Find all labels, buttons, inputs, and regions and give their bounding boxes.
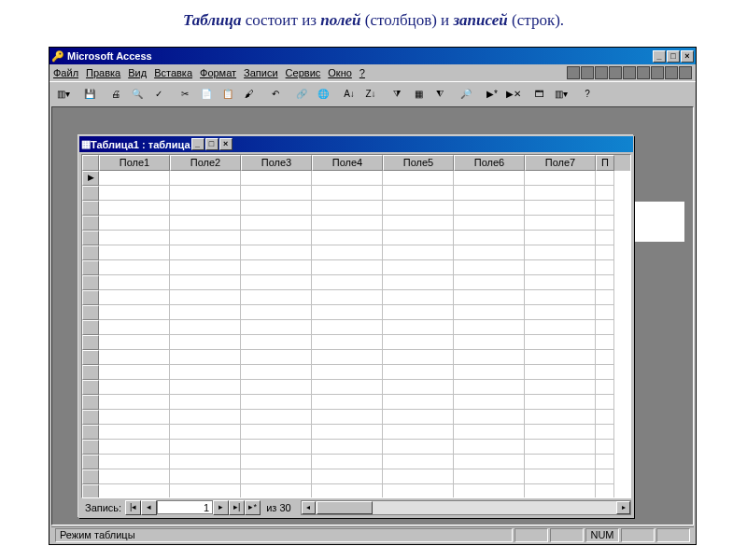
row-selector[interactable]	[82, 260, 99, 275]
cell[interactable]	[99, 380, 170, 395]
cell[interactable]	[241, 455, 312, 469]
row-selector[interactable]: ▶	[82, 171, 99, 186]
cell[interactable]	[525, 335, 596, 350]
cell[interactable]	[525, 290, 596, 305]
cell[interactable]	[99, 231, 170, 245]
cell[interactable]	[312, 469, 383, 484]
tray-icon[interactable]	[679, 66, 692, 79]
table-row[interactable]	[82, 201, 630, 216]
cell[interactable]	[454, 201, 525, 216]
cell[interactable]	[454, 231, 525, 245]
column-header-partial[interactable]: П	[596, 155, 614, 171]
row-selector[interactable]	[82, 231, 99, 245]
first-record-button[interactable]: |◂	[125, 500, 141, 515]
app-titlebar[interactable]: 🔑 Microsoft Access _ □ ×	[49, 48, 696, 64]
table-row[interactable]	[82, 425, 630, 440]
cell[interactable]	[241, 231, 312, 245]
row-selector[interactable]	[82, 290, 99, 305]
menu-edit[interactable]: Правка	[86, 67, 120, 78]
cell[interactable]	[596, 186, 614, 201]
format-painter-button[interactable]: 🖌	[239, 84, 260, 104]
column-header[interactable]: Поле2	[170, 155, 241, 171]
cell[interactable]	[241, 290, 312, 305]
cell[interactable]	[241, 171, 312, 186]
cell[interactable]	[312, 380, 383, 395]
cell[interactable]	[383, 425, 454, 440]
cell[interactable]	[454, 395, 525, 410]
table-row[interactable]	[82, 365, 630, 380]
cell[interactable]	[525, 216, 596, 231]
cell[interactable]	[596, 455, 614, 469]
cell[interactable]	[596, 469, 614, 484]
cell[interactable]	[383, 410, 454, 425]
cell[interactable]	[383, 260, 454, 275]
cell[interactable]	[312, 275, 383, 290]
cell[interactable]	[241, 305, 312, 320]
row-selector[interactable]	[82, 469, 99, 484]
cell[interactable]	[454, 469, 525, 484]
cell[interactable]	[170, 380, 241, 395]
child-minimize-button[interactable]: _	[191, 138, 204, 150]
database-window-button[interactable]: 🗔	[529, 84, 550, 104]
close-button[interactable]: ×	[681, 50, 694, 63]
cell[interactable]	[383, 275, 454, 290]
current-record-input[interactable]	[157, 500, 213, 514]
cell[interactable]	[170, 186, 241, 201]
tray-icon[interactable]	[665, 66, 678, 79]
last-record-button[interactable]: ▸|	[229, 500, 245, 515]
row-selector[interactable]	[82, 455, 99, 469]
save-button[interactable]: 💾	[79, 84, 100, 104]
table-row[interactable]	[82, 186, 630, 201]
row-selector[interactable]	[82, 410, 99, 425]
table-window-titlebar[interactable]: ▦ Таблица1 : таблица _ □ ×	[79, 136, 633, 152]
scroll-left-button[interactable]: ◂	[302, 501, 316, 514]
table-row[interactable]	[82, 305, 630, 320]
cell[interactable]	[241, 201, 312, 216]
view-dropdown-button[interactable]: ▥▾	[53, 84, 74, 104]
horizontal-scrollbar[interactable]: ◂ ▸	[301, 500, 631, 515]
row-selector[interactable]	[82, 305, 99, 320]
cell[interactable]	[170, 201, 241, 216]
cell[interactable]	[170, 410, 241, 425]
cell[interactable]	[525, 245, 596, 260]
cut-button[interactable]: ✂	[175, 84, 195, 104]
cell[interactable]	[312, 410, 383, 425]
help-button[interactable]: ?	[577, 84, 598, 104]
table-row[interactable]	[82, 335, 630, 350]
cell[interactable]	[241, 320, 312, 335]
cell[interactable]	[241, 350, 312, 365]
table-row[interactable]	[82, 440, 630, 455]
cell[interactable]	[383, 469, 454, 484]
cell[interactable]	[454, 350, 525, 365]
row-selector[interactable]	[82, 440, 99, 455]
cell[interactable]	[312, 186, 383, 201]
cell[interactable]	[596, 380, 614, 395]
column-header[interactable]: Поле3	[241, 155, 312, 171]
table-row[interactable]	[82, 320, 630, 335]
cell[interactable]	[170, 455, 241, 469]
cell[interactable]	[312, 260, 383, 275]
filter-selection-button[interactable]: ⧩	[387, 84, 407, 104]
cell[interactable]	[99, 335, 170, 350]
cell[interactable]	[312, 425, 383, 440]
menu-view[interactable]: Вид	[128, 67, 147, 78]
cell[interactable]	[170, 260, 241, 275]
cell[interactable]	[170, 395, 241, 410]
child-maximize-button[interactable]: □	[205, 138, 218, 150]
cell[interactable]	[312, 245, 383, 260]
row-selector[interactable]	[82, 186, 99, 201]
table-row[interactable]	[82, 395, 630, 410]
cell[interactable]	[312, 484, 383, 497]
web-button[interactable]: 🌐	[313, 84, 333, 104]
cell[interactable]	[454, 260, 525, 275]
row-selector[interactable]	[82, 335, 99, 350]
cell[interactable]	[525, 365, 596, 380]
row-selector[interactable]	[82, 395, 99, 410]
minimize-button[interactable]: _	[653, 50, 666, 63]
cell[interactable]	[525, 260, 596, 275]
cell[interactable]	[525, 455, 596, 469]
cell[interactable]	[454, 305, 525, 320]
cell[interactable]	[312, 395, 383, 410]
cell[interactable]	[99, 350, 170, 365]
cell[interactable]	[525, 350, 596, 365]
